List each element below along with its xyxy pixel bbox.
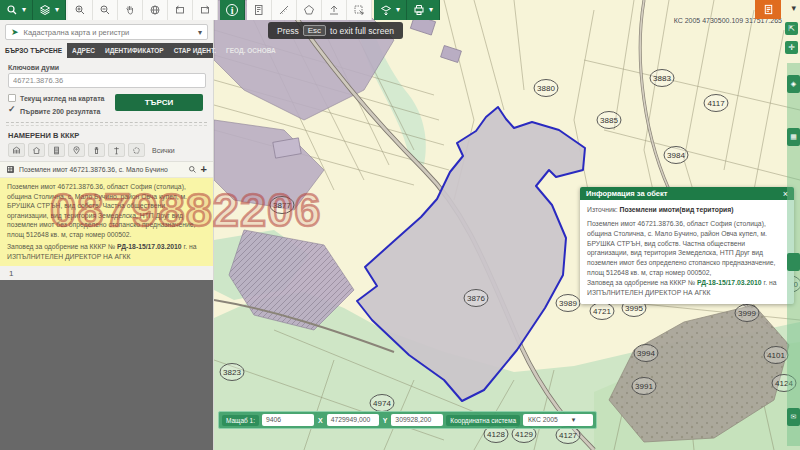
search-tool-button[interactable]: ▾ [0, 0, 33, 20]
parcel-label: 3999 [735, 305, 759, 322]
popup-title: Информация за обект [586, 189, 783, 198]
print-icon [413, 4, 425, 16]
tab-geodetic-basis[interactable]: ГЕОД. ОСНОВА [221, 43, 281, 58]
measure-icon [278, 4, 290, 16]
locate-button[interactable]: ✛ [785, 41, 798, 54]
parcels-icon[interactable] [8, 143, 25, 157]
svg-text:4128: 4128 [487, 430, 505, 439]
result-order-line: Заповед за одобрение на КККР № РД-18-15/… [7, 242, 206, 261]
x-coordinate-input[interactable]: 4729949,000 [327, 414, 379, 426]
buildings-icon[interactable] [28, 143, 45, 157]
fullscreen-toggle-button[interactable]: ⇱ [785, 22, 798, 35]
parcel-label: 3877 [270, 197, 294, 214]
tab-quick-search[interactable]: БЪРЗО ТЪРСЕНЕ [0, 43, 67, 58]
grid-icon [6, 165, 15, 174]
crs-select[interactable]: ККС 2005 ▾ [523, 414, 593, 426]
checkbox-current-map-view[interactable]: Текущ изглед на картата [8, 94, 115, 102]
tab-identifier[interactable]: ИДЕНТИФИКАТОР [100, 43, 169, 58]
point-icon[interactable] [68, 143, 85, 157]
floors-icon[interactable] [48, 143, 65, 157]
svg-text:3880: 3880 [537, 84, 555, 93]
service-selector[interactable]: ➤ Кадастрална карта и регистри ▾ [5, 24, 208, 40]
previous-extent-icon [174, 4, 186, 16]
keywords-input[interactable] [8, 73, 206, 88]
parcel-label: 3984 [664, 147, 688, 164]
bookmark-button[interactable] [247, 0, 272, 20]
result-item-header[interactable]: Поземлен имот 46721.3876.36, с. Мало Буч… [0, 161, 213, 178]
parcel-label: 3876 [464, 290, 488, 307]
chevron-down-icon: ▾ [22, 6, 26, 14]
checkbox-first-200-results[interactable]: Първите 200 резултата [8, 107, 115, 115]
upload-button[interactable] [322, 0, 347, 20]
popup-order-line: Заповед за одобрение на КККР № РД-18-15/… [587, 278, 787, 298]
y-coordinate-input[interactable]: 309928,200 [391, 414, 443, 426]
feedback-panel-button[interactable] [755, 0, 781, 19]
strip-tool-button[interactable]: ▦ [787, 128, 800, 146]
filter-all-link[interactable]: Всички [152, 147, 175, 154]
zones-icon[interactable] [128, 143, 145, 157]
collapse-panel-chevron[interactable]: ▾ [791, 3, 796, 13]
popup-source-line: Източник: Поземлени имоти(вид територия) [587, 205, 787, 215]
parcel-label: 4117 [704, 95, 728, 112]
zoom-to-result-icon[interactable] [188, 165, 197, 174]
zoom-out-icon [99, 4, 111, 16]
kais-cadastre-app: 3877387638803883411738853984390841003995… [0, 0, 800, 450]
parcel-label: 3994 [634, 345, 658, 362]
zoom-out-button[interactable] [93, 0, 118, 20]
chevron-down-icon: ▾ [429, 6, 433, 14]
tab-old-identifier[interactable]: СТАР ИДЕНТ. [169, 43, 221, 58]
svg-text:3883: 3883 [653, 74, 671, 83]
layers-export-icon [380, 4, 392, 16]
geodesy-point-icon[interactable] [108, 143, 125, 157]
identify-info-icon: i [226, 4, 238, 16]
parcel-label: 3991 [632, 378, 656, 395]
results-pagination: 1 [0, 266, 213, 280]
checkbox-icon [8, 94, 16, 102]
next-extent-icon [199, 4, 211, 16]
checkbox-label: Първите 200 резултата [20, 108, 100, 115]
next-extent-button[interactable] [193, 0, 218, 20]
export-layers-button[interactable]: ▾ [374, 0, 407, 20]
add-to-selection-icon[interactable]: + [201, 164, 207, 175]
svg-text:4127: 4127 [559, 431, 577, 440]
zoom-in-button[interactable] [68, 0, 93, 20]
list-panel-icon [763, 4, 774, 15]
popup-description: Поземлен имот 46721.3876.36, област Софи… [587, 219, 787, 278]
print-button[interactable]: ▾ [407, 0, 440, 20]
svg-text:3989: 3989 [559, 299, 577, 308]
svg-text:3885: 3885 [600, 116, 618, 125]
layers-icon [39, 4, 51, 16]
strip-tool-button[interactable]: ✉ [787, 408, 800, 426]
pan-button[interactable] [118, 0, 143, 20]
measure-button[interactable] [272, 0, 297, 20]
cursor-icon: ➤ [11, 27, 19, 37]
draw-polygon-button[interactable] [297, 0, 322, 20]
select-area-button[interactable] [347, 0, 372, 20]
tab-address[interactable]: АДРЕС [67, 43, 100, 58]
strip-tool-button[interactable]: ◈ [787, 75, 800, 93]
svg-text:3823: 3823 [223, 368, 241, 377]
svg-text:4101: 4101 [767, 351, 785, 360]
svg-text:4117: 4117 [707, 99, 725, 108]
parcel-label: 4127 [556, 427, 580, 444]
y-label: Y [382, 417, 389, 424]
checkbox-label: Текущ изглед на картата [20, 95, 105, 102]
svg-text:3999: 3999 [738, 309, 756, 318]
search-submit-button[interactable]: ТЪРСИ [115, 94, 203, 111]
scale-input[interactable]: 9406 [262, 414, 314, 426]
layers-tool-button[interactable]: ▾ [33, 0, 66, 20]
scale-label: Мащаб 1: [222, 415, 259, 426]
hydrant-icon[interactable] [88, 143, 105, 157]
page-number[interactable]: 1 [9, 269, 13, 278]
upload-icon [328, 4, 340, 16]
identify-button[interactable]: i [220, 0, 245, 20]
parcel-label: 4974 [370, 395, 394, 412]
full-extent-button[interactable] [143, 0, 168, 20]
strip-tool-button[interactable] [787, 253, 800, 271]
crs-label: Координатна система [446, 415, 520, 426]
svg-text:3876: 3876 [467, 294, 485, 303]
esc-key-badge: Esc [303, 25, 326, 36]
previous-extent-button[interactable] [168, 0, 193, 20]
svg-text:3984: 3984 [667, 151, 685, 160]
select-area-icon [353, 4, 365, 16]
